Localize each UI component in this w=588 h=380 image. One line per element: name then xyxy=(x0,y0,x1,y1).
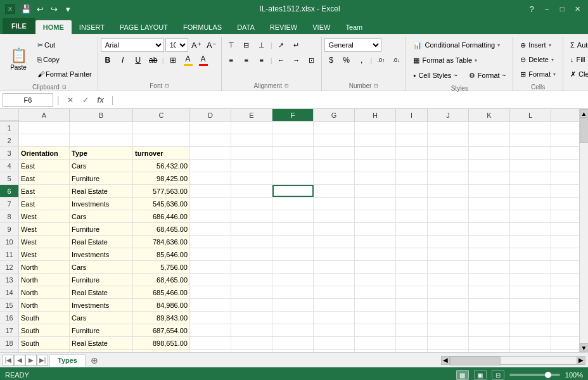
cell[interactable] xyxy=(396,236,428,248)
cell[interactable]: Investments xyxy=(70,299,133,311)
cell[interactable]: 5,756.00 xyxy=(133,261,190,273)
orientation-btn[interactable]: ↗ xyxy=(274,38,288,52)
cell[interactable] xyxy=(469,236,510,248)
cell[interactable] xyxy=(190,223,231,235)
decrease-indent-btn[interactable]: ← xyxy=(274,53,288,67)
cell[interactable] xyxy=(190,324,231,336)
cell[interactable] xyxy=(510,122,551,134)
cell[interactable] xyxy=(428,210,469,222)
row-number[interactable]: 5 xyxy=(0,172,19,184)
wrap-text-btn[interactable]: ↵ xyxy=(290,38,304,52)
cell[interactable] xyxy=(231,147,272,159)
decrease-decimal-btn[interactable]: .0↓ xyxy=(389,53,403,67)
cell[interactable] xyxy=(510,172,551,184)
row-number[interactable]: 10 xyxy=(0,236,19,248)
cell[interactable] xyxy=(428,261,469,273)
row-number[interactable]: 3 xyxy=(0,147,19,159)
row-number[interactable]: 6 xyxy=(0,185,19,197)
cell[interactable] xyxy=(272,312,314,324)
cell[interactable] xyxy=(355,286,396,298)
cell[interactable] xyxy=(314,337,355,349)
cell[interactable]: 84,986.00 xyxy=(133,299,190,311)
format-btn[interactable]: ⚙ Format ~ xyxy=(464,68,510,82)
cell[interactable] xyxy=(469,248,510,260)
row-number[interactable]: 17 xyxy=(0,324,19,336)
cell[interactable] xyxy=(396,134,428,146)
cell[interactable] xyxy=(231,261,272,273)
cell[interactable] xyxy=(70,134,133,146)
add-sheet-btn[interactable]: ⊕ xyxy=(88,354,101,367)
cell[interactable] xyxy=(428,350,469,352)
autosum-btn[interactable]: Σ AutoSum ▾ xyxy=(566,38,588,52)
cell[interactable]: North xyxy=(19,274,70,286)
cell[interactable] xyxy=(272,299,314,311)
cell[interactable] xyxy=(231,274,272,286)
scroll-up-btn[interactable]: ▲ xyxy=(580,109,589,118)
cell[interactable]: Real Estate xyxy=(70,286,133,298)
cell[interactable] xyxy=(314,134,355,146)
cell[interactable] xyxy=(469,198,510,210)
format-painter-button[interactable]: 🖌 Format Painter xyxy=(34,67,95,81)
cell[interactable] xyxy=(190,160,231,172)
cell[interactable] xyxy=(355,248,396,260)
row-number[interactable]: 16 xyxy=(0,312,19,324)
tab-insert[interactable]: INSERT xyxy=(72,20,112,34)
cell[interactable]: Furniture xyxy=(70,172,133,184)
redo-quick-btn[interactable]: ↪ xyxy=(48,3,60,15)
row-number[interactable]: 11 xyxy=(0,248,19,260)
align-center-btn[interactable]: ≡ xyxy=(240,53,253,67)
cell[interactable] xyxy=(272,210,314,222)
cell[interactable] xyxy=(314,210,355,222)
tab-file[interactable]: FILE xyxy=(3,18,35,34)
col-header-k[interactable]: K xyxy=(469,109,510,121)
cell[interactable] xyxy=(190,261,231,273)
undo-quick-btn[interactable]: ↩ xyxy=(34,3,46,15)
cell[interactable] xyxy=(190,350,231,352)
conditional-formatting-btn[interactable]: 📊 Conditional Formatting ▾ xyxy=(409,38,510,52)
scroll-down-btn[interactable]: ▼ xyxy=(580,343,589,352)
cell[interactable]: 898,651.00 xyxy=(133,337,190,349)
cell[interactable] xyxy=(19,122,70,134)
cell[interactable] xyxy=(355,324,396,336)
scroll-thumb[interactable] xyxy=(580,118,589,143)
cell[interactable]: 686,446.00 xyxy=(133,210,190,222)
cell[interactable] xyxy=(428,324,469,336)
cell[interactable] xyxy=(231,337,272,349)
cell[interactable] xyxy=(355,299,396,311)
cell[interactable] xyxy=(510,324,551,336)
cell[interactable] xyxy=(355,147,396,159)
bold-button[interactable]: B xyxy=(101,53,115,67)
cell[interactable] xyxy=(272,172,314,184)
cell[interactable]: North xyxy=(19,261,70,273)
customize-quick-btn[interactable]: ▾ xyxy=(62,3,74,15)
cell[interactable] xyxy=(469,350,510,352)
cell[interactable]: 577,563.00 xyxy=(133,185,190,197)
borders-button[interactable]: ⊞ xyxy=(166,53,180,67)
cell[interactable]: East xyxy=(19,185,70,197)
cell[interactable] xyxy=(190,122,231,134)
cell[interactable] xyxy=(231,134,272,146)
insert-function-btn[interactable]: fx xyxy=(94,93,108,107)
cell[interactable] xyxy=(396,122,428,134)
cell[interactable] xyxy=(231,210,272,222)
cell[interactable] xyxy=(190,210,231,222)
fill-btn[interactable]: ↓ Fill ▾ xyxy=(566,53,588,66)
cell[interactable] xyxy=(396,147,428,159)
grid-body[interactable]: 123OrientationTypeturnover4EastCars56,43… xyxy=(0,122,579,352)
confirm-formula-btn[interactable]: ✓ xyxy=(79,93,93,107)
cell[interactable] xyxy=(510,299,551,311)
delete-cells-btn[interactable]: ⊖ Delete ▾ xyxy=(516,53,560,66)
increase-indent-btn[interactable]: → xyxy=(290,53,304,67)
cut-button[interactable]: ✂ Cut xyxy=(34,38,95,52)
row-number[interactable]: 18 xyxy=(0,337,19,349)
cell[interactable]: turnover xyxy=(133,147,190,159)
cell[interactable] xyxy=(190,274,231,286)
cell[interactable] xyxy=(231,350,272,352)
cell[interactable]: Real Estate xyxy=(70,337,133,349)
cell[interactable]: 685,466.00 xyxy=(133,286,190,298)
cell[interactable]: West xyxy=(19,210,70,222)
cell[interactable] xyxy=(469,274,510,286)
col-header-i[interactable]: I xyxy=(396,109,428,121)
font-size-select[interactable]: 10 xyxy=(165,38,188,52)
tab-data[interactable]: DATA xyxy=(229,20,262,34)
